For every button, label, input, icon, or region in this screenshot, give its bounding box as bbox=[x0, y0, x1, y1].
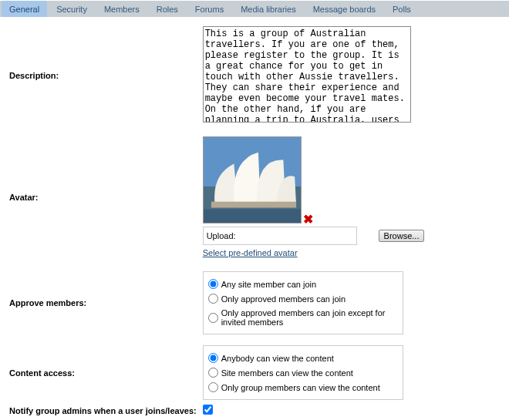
upload-label: Upload: bbox=[207, 231, 236, 240]
tab-polls[interactable]: Polls bbox=[385, 1, 419, 17]
access-option-1-label: Site members can view the content bbox=[221, 368, 353, 378]
access-radio-1[interactable] bbox=[208, 368, 218, 378]
access-option-1[interactable]: Site members can view the content bbox=[208, 365, 398, 380]
approve-option-1-label: Only approved members can join bbox=[221, 294, 346, 304]
content-access-group: Anybody can view the content Site member… bbox=[203, 345, 403, 400]
upload-path-input[interactable] bbox=[241, 230, 374, 241]
approve-members-label: Approve members: bbox=[6, 269, 200, 337]
tab-bar: General Security Members Roles Forums Me… bbox=[0, 1, 509, 18]
description-textarea[interactable] bbox=[203, 26, 411, 123]
browse-button[interactable]: Browse... bbox=[379, 230, 425, 242]
tab-forums[interactable]: Forums bbox=[187, 1, 231, 17]
tab-security[interactable]: Security bbox=[49, 1, 95, 17]
select-predefined-avatar-link[interactable]: Select pre-defined avatar bbox=[203, 248, 298, 257]
tab-message-boards[interactable]: Message boards bbox=[305, 1, 383, 17]
avatar-preview bbox=[203, 136, 302, 223]
svg-rect-3 bbox=[211, 202, 296, 208]
access-option-2[interactable]: Only group members can view the content bbox=[208, 380, 398, 395]
access-radio-0[interactable] bbox=[208, 353, 218, 363]
approve-radio-1[interactable] bbox=[208, 294, 218, 304]
description-label: Description: bbox=[6, 24, 200, 126]
approve-members-group: Any site member can join Only approved m… bbox=[203, 271, 403, 334]
access-option-0[interactable]: Anybody can view the content bbox=[208, 351, 398, 365]
svg-rect-2 bbox=[204, 210, 301, 223]
tab-general[interactable]: General bbox=[2, 1, 47, 17]
tab-roles[interactable]: Roles bbox=[149, 1, 186, 17]
notify-join-label: Notify group admins when a user joins/le… bbox=[6, 402, 200, 418]
approve-option-2-label: Only approved members can join except fo… bbox=[221, 308, 398, 327]
approve-option-2[interactable]: Only approved members can join except fo… bbox=[208, 306, 398, 329]
approve-option-0-label: Any site member can join bbox=[221, 280, 317, 289]
notify-join-checkbox[interactable] bbox=[203, 405, 213, 415]
approve-radio-0[interactable] bbox=[208, 279, 218, 289]
tab-members[interactable]: Members bbox=[96, 1, 147, 17]
approve-option-0[interactable]: Any site member can join bbox=[208, 277, 398, 291]
approve-radio-2[interactable] bbox=[208, 313, 218, 323]
approve-option-1[interactable]: Only approved members can join bbox=[208, 291, 398, 306]
tab-media-libraries[interactable]: Media libraries bbox=[233, 1, 304, 17]
content-access-label: Content access: bbox=[6, 343, 200, 402]
access-option-0-label: Anybody can view the content bbox=[221, 354, 334, 363]
access-option-2-label: Only group members can view the content bbox=[221, 383, 380, 392]
access-radio-2[interactable] bbox=[208, 382, 218, 392]
delete-avatar-icon[interactable]: ✖ bbox=[303, 212, 313, 227]
avatar-label: Avatar: bbox=[6, 134, 200, 260]
